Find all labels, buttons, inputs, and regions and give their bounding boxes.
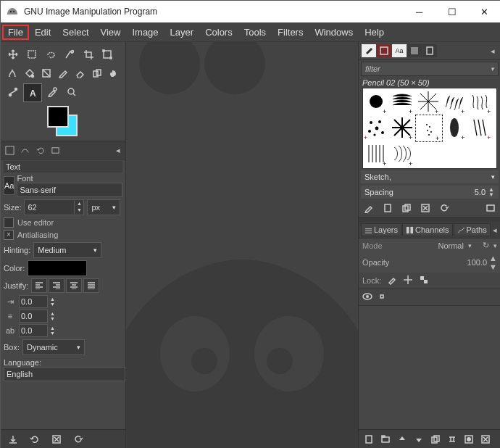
font-input[interactable] bbox=[17, 183, 122, 197]
tool-free-select[interactable] bbox=[42, 46, 59, 63]
tool-paths[interactable] bbox=[4, 83, 22, 101]
tab-document[interactable] bbox=[422, 44, 437, 57]
dup-layer-icon[interactable] bbox=[430, 434, 441, 445]
brush-spacing[interactable]: Spacing5.0▲▼ bbox=[361, 186, 499, 199]
justify-right[interactable] bbox=[49, 278, 64, 293]
visibility-icon[interactable] bbox=[362, 291, 372, 303]
line-spacing-input[interactable] bbox=[19, 310, 48, 323]
menu-tools[interactable]: Tools bbox=[238, 25, 272, 40]
opacity-row[interactable]: Opacity100.0▲▼ bbox=[359, 252, 500, 273]
dup-brush-icon[interactable] bbox=[401, 202, 412, 214]
size-input[interactable] bbox=[25, 203, 74, 212]
menu-view[interactable]: View bbox=[95, 25, 127, 40]
tab-tool-options[interactable] bbox=[3, 144, 16, 157]
tool-gradient[interactable] bbox=[38, 65, 54, 82]
menu-windows[interactable]: Windows bbox=[309, 25, 359, 40]
opacity-up[interactable]: ▲ bbox=[489, 254, 497, 262]
reset-icon[interactable] bbox=[72, 433, 85, 446]
justify-fill[interactable] bbox=[83, 278, 99, 293]
tool-pencil[interactable] bbox=[55, 65, 70, 82]
color-swatches[interactable] bbox=[47, 106, 78, 136]
layer-list-empty[interactable] bbox=[359, 306, 500, 429]
open-as-image-icon[interactable] bbox=[485, 202, 496, 214]
indent2-down[interactable]: ▼ bbox=[50, 316, 55, 321]
tool-eraser[interactable] bbox=[72, 65, 88, 82]
indent3-down[interactable]: ▼ bbox=[50, 331, 55, 336]
raise-layer-icon[interactable] bbox=[396, 434, 408, 445]
right-top-menu[interactable]: ◂ bbox=[488, 46, 498, 56]
mode-switch-icon[interactable]: ↻ bbox=[483, 241, 489, 250]
restore-icon[interactable] bbox=[28, 433, 41, 446]
opacity-down[interactable]: ▼ bbox=[489, 262, 497, 271]
tab-fonts[interactable]: Aa bbox=[392, 44, 407, 57]
tab-history[interactable] bbox=[407, 44, 422, 57]
tool-fuzzy-select[interactable] bbox=[61, 46, 78, 63]
save-presets-icon[interactable] bbox=[7, 433, 20, 446]
tool-color-picker[interactable] bbox=[43, 83, 61, 101]
indent1-up[interactable]: ▲ bbox=[50, 296, 55, 302]
tool-crop[interactable] bbox=[80, 46, 97, 63]
fg-color-swatch[interactable] bbox=[47, 106, 69, 128]
size-up[interactable]: ▲ bbox=[74, 201, 83, 207]
tool-measure[interactable] bbox=[62, 83, 80, 101]
brush-preset-combo[interactable]: Sketch,▾ bbox=[361, 170, 499, 183]
menu-colors[interactable]: Colors bbox=[199, 25, 238, 40]
menu-file[interactable]: File bbox=[2, 25, 29, 40]
tab-channels[interactable]: Channels bbox=[402, 223, 452, 236]
lock-pixels-icon[interactable] bbox=[387, 275, 397, 286]
minimize-button[interactable]: ─ bbox=[403, 1, 436, 22]
size-spin[interactable]: ▲▼ bbox=[24, 199, 84, 215]
mask-icon[interactable] bbox=[463, 434, 475, 445]
menu-layer[interactable]: Layer bbox=[164, 25, 200, 40]
tab-brushes[interactable] bbox=[362, 44, 376, 57]
tool-bucket[interactable] bbox=[21, 65, 36, 82]
canvas-area[interactable] bbox=[126, 42, 358, 448]
tab-undo-history[interactable] bbox=[33, 144, 46, 157]
left-dock-menu[interactable]: ◂ bbox=[113, 145, 123, 155]
tab-images[interactable] bbox=[49, 144, 62, 157]
menu-select[interactable]: Select bbox=[57, 25, 94, 40]
size-unit-combo[interactable]: px▾ bbox=[87, 199, 120, 215]
menu-help[interactable]: Help bbox=[359, 25, 390, 40]
new-layer-icon[interactable] bbox=[363, 434, 375, 445]
edit-brush-icon[interactable] bbox=[363, 202, 375, 214]
justify-left[interactable] bbox=[31, 278, 47, 293]
close-button[interactable]: ✕ bbox=[468, 1, 500, 22]
delete-layer-icon[interactable] bbox=[480, 434, 491, 445]
indent2-up[interactable]: ▲ bbox=[50, 311, 55, 316]
new-brush-icon[interactable] bbox=[382, 202, 393, 214]
tab-layers[interactable]: Layers bbox=[361, 223, 401, 236]
refresh-brush-icon[interactable] bbox=[438, 202, 450, 214]
language-input[interactable] bbox=[4, 367, 125, 381]
maximize-button[interactable]: ☐ bbox=[436, 1, 468, 22]
menu-image[interactable]: Image bbox=[126, 25, 164, 40]
indent1-down[interactable]: ▼ bbox=[50, 302, 55, 307]
brush-filter[interactable]: filter▾ bbox=[361, 62, 499, 76]
size-down[interactable]: ▼ bbox=[74, 207, 83, 214]
tab-device-status[interactable] bbox=[18, 144, 31, 157]
tool-smudge[interactable] bbox=[107, 65, 122, 82]
merge-icon[interactable] bbox=[446, 434, 458, 445]
indent3-up[interactable]: ▲ bbox=[50, 325, 55, 331]
brush-grid[interactable]: + + + + + + + + + + + + bbox=[362, 88, 497, 169]
menu-edit[interactable]: Edit bbox=[29, 25, 57, 40]
tab-paths[interactable]: Paths bbox=[454, 223, 491, 236]
tool-transform[interactable] bbox=[99, 46, 116, 63]
menu-filters[interactable]: Filters bbox=[272, 25, 309, 40]
text-color-well[interactable] bbox=[28, 260, 87, 276]
lock-position-icon[interactable] bbox=[403, 275, 413, 286]
tool-warp[interactable] bbox=[4, 65, 20, 82]
tool-move[interactable] bbox=[4, 46, 22, 63]
delete-presets-icon[interactable] bbox=[50, 433, 63, 446]
del-brush-icon[interactable] bbox=[420, 202, 431, 214]
antialias-checkbox[interactable]: × bbox=[4, 230, 14, 240]
layers-menu[interactable]: ◂ bbox=[491, 225, 499, 235]
indent-first-input[interactable] bbox=[19, 295, 48, 308]
letter-spacing-input[interactable] bbox=[19, 324, 48, 337]
spacing-down[interactable]: ▼ bbox=[488, 192, 495, 197]
tab-patterns[interactable] bbox=[377, 44, 391, 57]
link-icon[interactable] bbox=[377, 291, 387, 303]
justify-center[interactable] bbox=[66, 278, 82, 293]
new-group-icon[interactable] bbox=[380, 434, 391, 445]
font-preview-icon[interactable]: Aa bbox=[4, 176, 14, 195]
